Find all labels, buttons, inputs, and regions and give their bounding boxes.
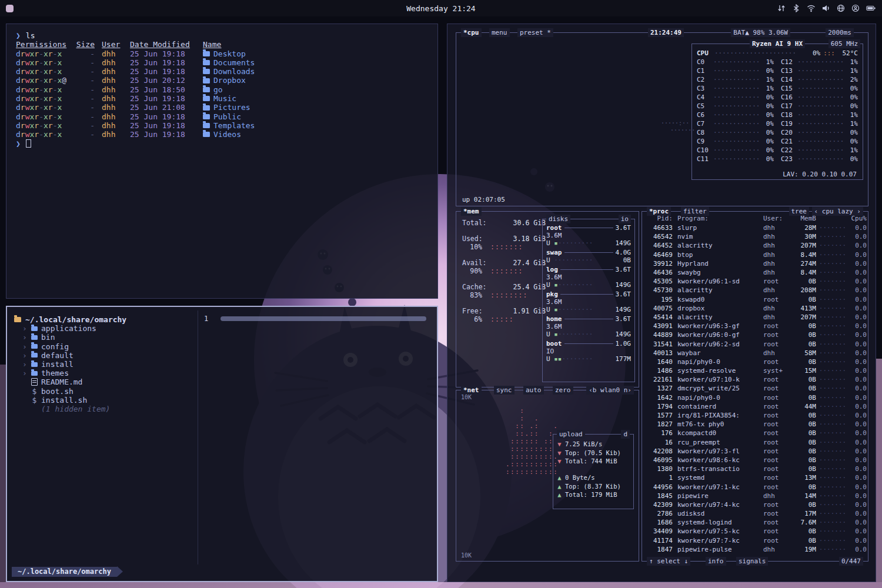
- info-button[interactable]: info: [706, 557, 726, 566]
- updates-icon[interactable]: [777, 4, 786, 12]
- net-key-hint[interactable]: d: [621, 430, 630, 439]
- auto-toggle[interactable]: auto: [523, 386, 544, 395]
- ls-file-row: drwxr-xr-x - dhh 25 Jun 19:18 Public: [16, 112, 428, 121]
- preview-scrollbar[interactable]: [220, 316, 426, 321]
- process-row[interactable]: 46469 btop dhh 8.4M ······· 0.0: [642, 250, 868, 259]
- process-row[interactable]: 44956 kworker/u97:1-kc root 0B ······· 0…: [642, 482, 868, 491]
- mem-box-label[interactable]: *mem: [461, 207, 482, 216]
- directory-item[interactable]: applications: [14, 324, 194, 333]
- directory-item[interactable]: config: [14, 342, 194, 351]
- file-size: -: [71, 85, 95, 94]
- process-row[interactable]: 176 kcompactd0 root 0B ······· 0.0: [642, 429, 868, 437]
- process-row[interactable]: 42208 kworker/u97:3-fl root 0B ······· 0…: [642, 447, 868, 456]
- net-box-label[interactable]: *net: [461, 386, 482, 395]
- select-hint[interactable]: ↑ select ↓: [647, 557, 690, 566]
- update-interval[interactable]: 2000ms: [826, 28, 854, 37]
- process-row[interactable]: 45730 alacritty dhh 208M ······· 0.0: [642, 286, 868, 295]
- process-cpu: 0.0: [849, 527, 867, 535]
- process-row[interactable]: 46452 alacritty dhh 207M ······· 0.0: [642, 241, 868, 250]
- process-row[interactable]: 1380 btrfs-transactio root 0B ······· 0.…: [642, 465, 868, 473]
- process-name: systemd: [673, 474, 763, 482]
- file-permissions: drwxr-xr-x: [16, 85, 71, 94]
- process-row[interactable]: 1847 pipewire-pulse dhh 19M ······· 0.0: [642, 545, 868, 554]
- process-row[interactable]: 2786 udisksd root 17M ······· 0.0: [642, 509, 868, 518]
- script-file-item[interactable]: boot.sh: [14, 387, 194, 396]
- cpu-box-label[interactable]: *cpu: [461, 28, 482, 37]
- process-row[interactable]: 1577 irq/81-PIXA3854: root 0B ······· 0.…: [642, 411, 868, 420]
- process-row[interactable]: 45414 alacritty dhh 207M ······· 0.0: [642, 313, 868, 322]
- process-row[interactable]: 46542 nvim dhh 30M ······· 0.0: [642, 232, 868, 241]
- folder-icon: [203, 78, 210, 83]
- process-row[interactable]: 46095 kworker/u98:6-kc root 0B ······· 0…: [642, 456, 868, 465]
- process-row[interactable]: 31541 kworker/u96:2-sd root 0B ······· 0…: [642, 339, 868, 348]
- process-name: napi/phy0-0: [673, 394, 763, 402]
- process-row[interactable]: 45305 kworker/u96:1-sd root 0B ······· 0…: [642, 277, 868, 286]
- process-row[interactable]: 40013 waybar dhh 58M ······· 0.0: [642, 349, 868, 358]
- signals-button[interactable]: signals: [736, 557, 768, 566]
- process-row[interactable]: 1642 napi/phy0-0 root 0B ······· 0.0: [642, 393, 868, 402]
- process-row[interactable]: 41174 kworker/u97:7-kc root 0B ······· 0…: [642, 536, 868, 545]
- process-row[interactable]: 46436 swaybg dhh 8.4M ······· 0.0: [642, 268, 868, 277]
- wifi-icon[interactable]: [807, 4, 816, 12]
- process-row[interactable]: 1327 dmcrypt_write/25 root 0B ······· 0.…: [642, 384, 868, 393]
- io-toggle[interactable]: io: [619, 215, 631, 223]
- directory-item[interactable]: install: [14, 360, 194, 369]
- process-row[interactable]: 43091 kworker/u96:3-gf root 0B ······· 0…: [642, 322, 868, 330]
- disks-box-label[interactable]: disks: [546, 215, 570, 223]
- directory-item[interactable]: bin: [14, 333, 194, 342]
- upload-box-label[interactable]: upload: [557, 430, 585, 439]
- process-row[interactable]: 40075 dropbox dhh 413M ······· 0.0: [642, 304, 868, 313]
- user-icon[interactable]: [851, 4, 860, 12]
- shell-prompt-line-empty[interactable]: ❯: [16, 139, 428, 148]
- header-user[interactable]: User:: [763, 215, 790, 222]
- process-row[interactable]: 34409 kworker/u97:5-kc root 0B ······· 0…: [642, 527, 868, 536]
- ls-file-row: drwxr-xr-x@ - dhh 25 Jun 20:12 Dropbox: [16, 76, 428, 85]
- network-interface[interactable]: ‹b wlan0 n›: [586, 386, 634, 395]
- proc-box-label[interactable]: *proc: [647, 207, 671, 216]
- tab-indicator[interactable]: 1: [204, 315, 208, 323]
- directory-item[interactable]: default: [14, 351, 194, 360]
- globe-icon[interactable]: [837, 4, 845, 12]
- file-date: 25 Jun 19:18: [130, 67, 193, 76]
- process-row[interactable]: 1640 napi/phy0-0 root 0B ······· 0.0: [642, 358, 868, 366]
- clock[interactable]: Wednesday 21:24: [406, 4, 475, 13]
- process-mem: 14M: [790, 492, 816, 500]
- process-row[interactable]: 1827 mt76-tx phy0 root 0B ······· 0.0: [642, 420, 868, 429]
- preset-button[interactable]: preset *: [517, 28, 553, 37]
- zero-toggle[interactable]: zero: [553, 386, 573, 395]
- core-row: C10 ·············· 0% C22 ··············…: [697, 146, 858, 155]
- process-row[interactable]: 16 rcu_preempt root 0B ······· 0.0: [642, 438, 868, 447]
- process-row[interactable]: 1845 pipewire dhh 14M ······· 0.0: [642, 492, 868, 500]
- process-pid: 16: [643, 439, 673, 446]
- filter-button[interactable]: filter: [681, 207, 709, 216]
- sync-toggle[interactable]: sync: [494, 386, 514, 395]
- readme-file-item[interactable]: README.md: [14, 377, 194, 386]
- directory-item[interactable]: themes: [14, 369, 194, 377]
- bluetooth-icon[interactable]: [792, 4, 800, 12]
- menu-button[interactable]: menu: [489, 28, 510, 37]
- script-file-item[interactable]: install.sh: [14, 396, 194, 405]
- core-row: C11 ·············· 0% C23 ··············…: [697, 155, 858, 163]
- process-row[interactable]: 1 systemd root 13M ······· 0.0: [642, 473, 868, 482]
- terminal-window[interactable]: ❯ ls Permissions Size User Date Modified…: [6, 24, 438, 299]
- volume-icon[interactable]: [822, 4, 830, 12]
- process-row[interactable]: 39912 Hyprland dhh 274M ······· 0.0: [642, 259, 868, 268]
- sort-selector[interactable]: ‹ cpu lazy ›: [812, 207, 863, 216]
- tree-toggle[interactable]: tree: [789, 207, 810, 216]
- workspace-indicator[interactable]: [6, 5, 14, 12]
- process-row[interactable]: 44889 kworker/u96:0-gf root 0B ······· 0…: [642, 330, 868, 339]
- process-row[interactable]: 1486 systemd-resolve syst+ 15M ······· 0…: [642, 366, 868, 375]
- process-row[interactable]: 1794 containerd root 44M ······· 0.0: [642, 402, 868, 411]
- document-icon: [31, 378, 38, 386]
- file-manager-window[interactable]: ~/.local/share/omarchy applications bin …: [6, 306, 438, 582]
- process-row[interactable]: 195 kswapd0 root 0B ······· 0.0: [642, 295, 868, 304]
- file-date: 25 Jun 19:18: [130, 49, 193, 58]
- btop-window[interactable]: *cpu menu preset * 21:24:49 BAT▲ 98% 3.0…: [447, 24, 876, 582]
- process-row[interactable]: 42309 kworker/u97:4-kc root 0B ······· 0…: [642, 500, 868, 509]
- core-meter: ··············: [797, 67, 844, 75]
- battery-icon[interactable]: [866, 4, 876, 12]
- process-row[interactable]: 1686 systemd-logind root 7.6M ······· 0.…: [642, 518, 868, 527]
- process-row[interactable]: 22161 kworker/u97:10-k root 0B ······· 0…: [642, 375, 868, 384]
- process-row[interactable]: 46633 slurp dhh 28M ······· 0.0: [642, 223, 868, 232]
- current-directory-row[interactable]: ~/.local/share/omarchy: [14, 315, 194, 324]
